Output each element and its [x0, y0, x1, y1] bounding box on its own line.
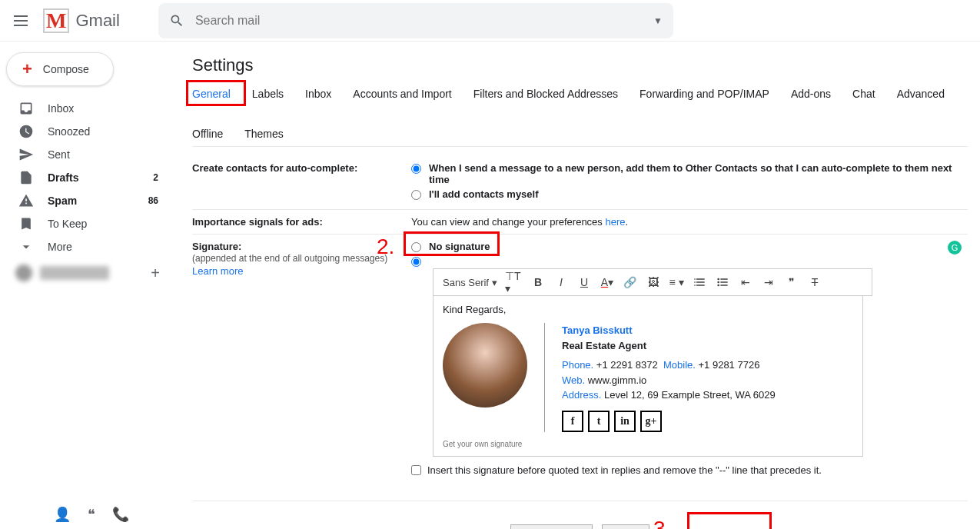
radio-auto-add[interactable]: [411, 164, 421, 174]
sig-footer-link[interactable]: Get your own signature: [443, 440, 853, 448]
font-size-button[interactable]: ⊤T ▾: [505, 272, 525, 292]
tab-addons[interactable]: Add-ons: [791, 88, 831, 106]
chevron-down-icon: [18, 239, 34, 255]
sidebar-item-sent[interactable]: Sent: [0, 143, 174, 166]
gmail-m-icon: M: [43, 8, 69, 33]
settings-tabs: 1. General Labels Inbox Accounts and Imp…: [192, 88, 968, 147]
search-icon: [169, 13, 184, 28]
phone-icon[interactable]: 📞: [112, 506, 129, 523]
annotation-2: 2.: [377, 235, 394, 259]
font-selector[interactable]: Sans Serif ▾: [438, 277, 502, 288]
learn-more-link[interactable]: Learn more: [192, 265, 411, 277]
radio-manual-add[interactable]: [411, 190, 421, 200]
search-bar[interactable]: ▼: [158, 3, 673, 38]
gmail-logo[interactable]: M Gmail: [43, 8, 120, 33]
person-icon[interactable]: 👤: [54, 506, 71, 523]
main-content: Settings 1. General Labels Inbox Account…: [174, 42, 980, 529]
insert-checkbox-label: Insert this signature before quoted text…: [427, 464, 822, 476]
tab-inbox[interactable]: Inbox: [305, 88, 331, 106]
sidebar-item-tokeep[interactable]: To Keep: [0, 212, 174, 235]
page-title: Settings: [192, 55, 968, 75]
bold-button[interactable]: B: [528, 272, 548, 292]
indent-less-button[interactable]: ⇤: [736, 272, 756, 292]
quote-button[interactable]: ❞: [782, 272, 802, 292]
sidebar-item-more[interactable]: More: [0, 235, 174, 258]
tab-offline[interactable]: Offline: [192, 128, 223, 140]
compose-button[interactable]: + Compose: [6, 52, 114, 86]
tab-chat[interactable]: Chat: [852, 88, 875, 106]
setting-label: Signature:: [192, 241, 241, 252]
tag-icon: [18, 216, 34, 231]
new-chat-icon[interactable]: +: [151, 264, 160, 282]
top-bar: M Gmail ▼: [0, 0, 980, 42]
googleplus-icon[interactable]: g+: [640, 411, 662, 432]
setting-importance-ads: Importance signals for ads: You can view…: [192, 210, 968, 235]
hangouts-account[interactable]: +: [0, 258, 174, 288]
search-input[interactable]: [195, 14, 653, 28]
bullet-list-button[interactable]: [713, 272, 733, 292]
signature-toolbar: Sans Serif ▾ ⊤T ▾ B I U A ▾ 🔗 🖼 ≡ ▾ ⇤ ⇥: [433, 268, 872, 296]
annotation-box-2: [404, 231, 500, 256]
sidebar-item-spam[interactable]: Spam 86: [0, 189, 174, 212]
hangouts-icon[interactable]: ❝: [88, 506, 95, 523]
annotation-3: 3.: [653, 517, 671, 530]
underline-button[interactable]: U: [574, 272, 594, 292]
tab-labels[interactable]: Labels: [252, 88, 284, 106]
tab-accounts[interactable]: Accounts and Import: [353, 88, 451, 106]
signature-editor[interactable]: Kind Regards, Tanya Bisskutt Real Estate…: [433, 296, 863, 457]
sig-greeting: Kind Regards,: [443, 304, 853, 315]
clock-icon: [18, 124, 34, 139]
radio-use-signature[interactable]: [411, 257, 421, 267]
cancel-button[interactable]: Cancel: [602, 524, 649, 530]
italic-button[interactable]: I: [551, 272, 571, 292]
insert-before-quote-checkbox[interactable]: [411, 465, 421, 475]
sig-info: Tanya Bisskutt Real Estate Agent Phone. …: [562, 323, 776, 432]
setting-create-contacts: Create contacts for auto-complete: When …: [192, 156, 968, 210]
send-icon: [18, 147, 34, 162]
compose-plus-icon: +: [22, 61, 32, 78]
sidebar-item-drafts[interactable]: Drafts 2: [0, 166, 174, 189]
grammarly-icon[interactable]: G: [948, 241, 962, 255]
gmail-logo-text: Gmail: [75, 11, 119, 31]
hamburger-menu-icon[interactable]: [14, 15, 28, 26]
sidebar: + Compose Inbox Snoozed Sent Drafts 2: [0, 42, 174, 529]
setting-label: Importance signals for ads:: [192, 216, 411, 228]
numbered-list-button[interactable]: [689, 272, 709, 292]
search-options-dropdown-icon[interactable]: ▼: [653, 15, 663, 26]
inbox-icon: [18, 101, 34, 116]
tab-themes[interactable]: Themes: [244, 128, 284, 140]
ads-text: You can view and change your preferences: [411, 216, 605, 228]
twitter-icon[interactable]: t: [588, 411, 610, 432]
sig-title: Real Estate Agent: [562, 338, 776, 354]
remove-format-button[interactable]: T: [805, 272, 825, 292]
text-color-button[interactable]: A ▾: [597, 272, 617, 292]
svg-point-1: [717, 281, 719, 284]
ads-here-link[interactable]: here: [605, 216, 625, 228]
save-changes-button[interactable]: Save Changes: [510, 524, 593, 530]
tab-forwarding[interactable]: Forwarding and POP/IMAP: [639, 88, 769, 106]
setting-sublabel: (appended at the end of all outgoing mes…: [192, 253, 387, 264]
svg-point-2: [717, 284, 719, 287]
sig-name: Tanya Bisskutt: [562, 323, 776, 338]
svg-point-0: [717, 278, 719, 281]
compose-label: Compose: [43, 63, 89, 75]
image-button[interactable]: 🖼: [643, 272, 663, 292]
nav-list: Inbox Snoozed Sent Drafts 2 Spam 86: [0, 97, 174, 258]
sidebar-item-snoozed[interactable]: Snoozed: [0, 120, 174, 143]
facebook-icon[interactable]: f: [562, 411, 583, 432]
tab-filters[interactable]: Filters and Blocked Addresses: [473, 88, 618, 106]
sidebar-item-inbox[interactable]: Inbox: [0, 97, 174, 120]
align-button[interactable]: ≡ ▾: [666, 272, 686, 292]
radio-label: When I send a message to a new person, a…: [429, 162, 968, 185]
indent-more-button[interactable]: ⇥: [759, 272, 779, 292]
tab-advanced[interactable]: Advanced: [897, 88, 945, 106]
spam-icon: [18, 193, 34, 208]
dropdown-icon: ▾: [492, 277, 497, 288]
setting-label: Create contacts for auto-complete:: [192, 162, 411, 203]
hangouts-tabs: 👤 ❝ 📞: [54, 506, 129, 523]
file-icon: [18, 170, 34, 185]
annotation-box-3: [687, 512, 772, 530]
linkedin-icon[interactable]: in: [614, 411, 636, 432]
setting-signature: Signature: (appended at the end of all o…: [192, 235, 968, 482]
link-button[interactable]: 🔗: [620, 272, 640, 292]
